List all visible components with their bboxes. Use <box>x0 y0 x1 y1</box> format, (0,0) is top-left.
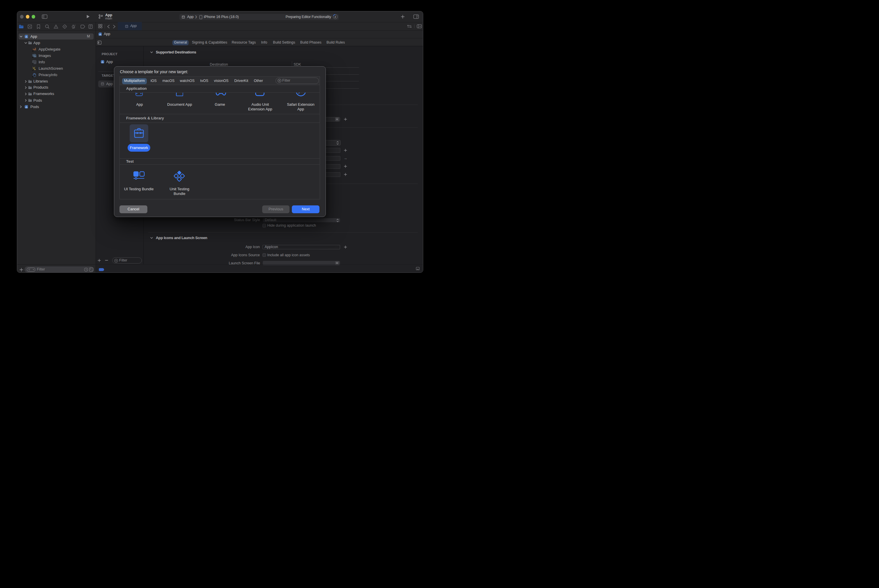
svg-text:2: 2 <box>334 15 336 18</box>
